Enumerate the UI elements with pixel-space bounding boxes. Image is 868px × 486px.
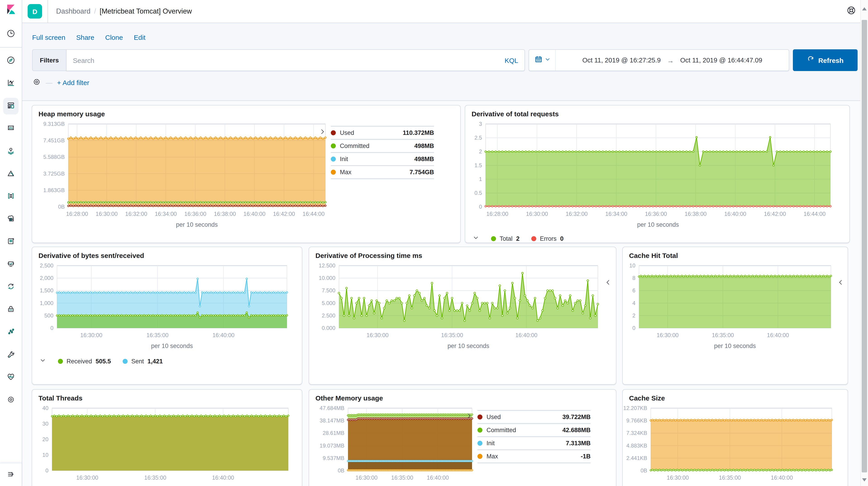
share-button[interactable]: Share <box>76 33 94 41</box>
sidebar-item-stack-monitoring[interactable] <box>0 366 22 389</box>
legend-row-used[interactable]: Used39.722MB <box>477 410 591 423</box>
legend-item-sent[interactable]: Sent1,421 <box>123 358 163 365</box>
legend-row-init[interactable]: Init498MB <box>331 152 434 165</box>
scrollbar-thumb[interactable] <box>862 20 867 473</box>
logs-icon <box>6 214 16 224</box>
svg-text:16:32:00: 16:32:00 <box>566 211 588 217</box>
svg-text:2,500: 2,500 <box>40 263 53 269</box>
full-screen-button[interactable]: Full screen <box>32 33 65 41</box>
kibana-logo-icon <box>4 4 17 19</box>
legend-row-committed[interactable]: Committed498MB <box>331 139 434 152</box>
svg-text:30: 30 <box>42 421 49 427</box>
svg-text:0B: 0B <box>58 204 65 210</box>
help-icon[interactable] <box>846 5 856 17</box>
legend-collapse-icon[interactable] <box>319 128 326 136</box>
refresh-button[interactable]: Refresh <box>793 49 858 71</box>
legend-label: Committed <box>340 143 370 149</box>
sidebar-item-management[interactable] <box>0 389 22 411</box>
space-badge[interactable]: D <box>28 4 42 19</box>
search-bar[interactable]: Search KQL <box>66 49 525 71</box>
sidebar-item-maps[interactable] <box>0 140 22 162</box>
filter-options-gear-icon[interactable] <box>32 78 41 88</box>
legend-row-committed[interactable]: Committed42.688MB <box>477 423 591 436</box>
svg-text:38.147MB: 38.147MB <box>320 418 344 424</box>
clone-button[interactable]: Clone <box>105 33 123 41</box>
sidebar-item-dashboard[interactable] <box>0 95 22 117</box>
legend-value: 2 <box>516 235 520 242</box>
legend-value: 7.313MB <box>566 440 591 447</box>
date-to[interactable]: Oct 11, 2019 @ 16:44:47.09 <box>680 57 762 64</box>
sidebar-item-machine-learning[interactable] <box>0 162 22 185</box>
sidebar-item-apm[interactable] <box>0 230 22 253</box>
legend-item-errors[interactable]: Errors0 <box>531 235 564 242</box>
threads-chart-canvas[interactable]: 40302010016:30:0016:35:0016:40:00per 10 … <box>32 404 302 486</box>
page-scrollbar[interactable] <box>860 0 868 486</box>
series-dot <box>123 359 128 364</box>
metrics-icon <box>6 191 16 202</box>
legend-row-max[interactable]: Max7.754GB <box>331 165 434 179</box>
legend-value: 39.722MB <box>562 414 591 420</box>
svg-text:47.684MB: 47.684MB <box>320 405 344 411</box>
legend-item-total[interactable]: Total2 <box>491 235 520 242</box>
svg-text:16:40:00: 16:40:00 <box>427 475 449 481</box>
sidebar-item-metrics[interactable] <box>0 185 22 208</box>
date-quick-select[interactable] <box>529 50 556 70</box>
kibana-logo[interactable] <box>0 0 22 23</box>
panel-title: Derivative of bytes sent/received <box>32 247 302 261</box>
kql-toggle[interactable]: KQL <box>505 56 518 64</box>
requests-chart-canvas[interactable]: 32.521.510.5016:28:0016:30:0016:32:0016:… <box>465 119 849 234</box>
legend-row-init[interactable]: Init7.313MB <box>477 436 591 449</box>
legend-collapse-icon[interactable] <box>39 357 46 365</box>
sidebar-item-discover[interactable] <box>0 49 22 72</box>
svg-text:per 10 seconds: per 10 seconds <box>149 485 191 486</box>
top-header: D Dashboard / [Metricbeat Tomcat] Overvi… <box>22 0 868 23</box>
add-filter-button[interactable]: + Add filter <box>57 79 89 86</box>
svg-text:16:40:00: 16:40:00 <box>213 332 235 338</box>
heap-chart-canvas[interactable]: 9.313GB7.451GB5.588GB3.725GB1.863GB0B16:… <box>32 119 331 234</box>
filters-toggle[interactable]: Filters <box>32 49 66 71</box>
legend-item-received[interactable]: Received505.5 <box>58 358 111 365</box>
svg-text:10: 10 <box>629 263 636 269</box>
sidebar <box>0 0 22 486</box>
sidebar-item-visualize[interactable] <box>0 72 22 95</box>
sidebar-item-security[interactable] <box>0 298 22 321</box>
series-dot <box>477 415 483 420</box>
svg-text:0.5: 0.5 <box>474 190 482 196</box>
legend-collapse-icon[interactable] <box>472 234 479 243</box>
sidebar-item-dev-tools[interactable] <box>0 343 22 366</box>
space-switcher[interactable]: D <box>22 0 48 23</box>
svg-text:16:34:00: 16:34:00 <box>155 211 177 217</box>
cache-hit-chart-canvas[interactable]: 108642016:30:0016:35:0016:40:00per 10 se… <box>623 261 848 357</box>
sidebar-item-uptime[interactable] <box>0 253 22 276</box>
cache-size-chart-canvas[interactable]: 12.207KB9.766KB7.324KB4.883KB2.441KB0B16… <box>623 404 848 486</box>
legend-row-max[interactable]: Max-1B <box>477 449 591 463</box>
svg-text:2.441KB: 2.441KB <box>626 455 647 461</box>
sidebar-item-canvas[interactable] <box>0 117 22 140</box>
processing-chart-canvas[interactable]: 12.50010.0007.5005.0002.5000.00016:30:00… <box>309 261 616 357</box>
legend-expand-icon[interactable] <box>837 279 844 288</box>
sidebar-item-siem[interactable] <box>0 276 22 298</box>
svg-text:40: 40 <box>42 405 49 411</box>
bytes-chart-canvas[interactable]: 2,5002,0001,5001,000500016:30:0016:35:00… <box>32 261 302 357</box>
search-input[interactable]: Search <box>73 56 505 64</box>
scrollbar-down-icon[interactable] <box>862 478 867 482</box>
sidebar-item-logs[interactable] <box>0 208 22 230</box>
svg-text:per 10 seconds: per 10 seconds <box>720 485 762 486</box>
svg-text:9.313GB: 9.313GB <box>43 121 65 127</box>
svg-text:3.725GB: 3.725GB <box>43 171 65 177</box>
edit-button[interactable]: Edit <box>134 33 146 41</box>
svg-text:500: 500 <box>44 312 53 318</box>
sidebar-item-recently-viewed[interactable] <box>0 23 22 45</box>
sidebar-collapse-button[interactable] <box>0 463 22 486</box>
legend-label: Init <box>487 440 495 447</box>
other-memory-chart-canvas[interactable]: 47.684MB38.147MB28.61MB19.073MB9.537MB0B… <box>309 404 477 486</box>
legend-expand-icon[interactable] <box>604 279 611 288</box>
breadcrumb-dashboard-link[interactable]: Dashboard <box>56 7 91 16</box>
legend-collapse-icon[interactable] <box>466 412 473 421</box>
scrollbar-up-icon[interactable] <box>862 7 867 10</box>
date-from[interactable]: Oct 11, 2019 @ 16:27:25.9 <box>582 57 661 64</box>
legend-label: Sent <box>131 358 144 365</box>
legend-value: 0 <box>560 235 564 242</box>
sidebar-item-graph[interactable] <box>0 321 22 343</box>
legend-row-used[interactable]: Used110.372MB <box>331 126 434 139</box>
